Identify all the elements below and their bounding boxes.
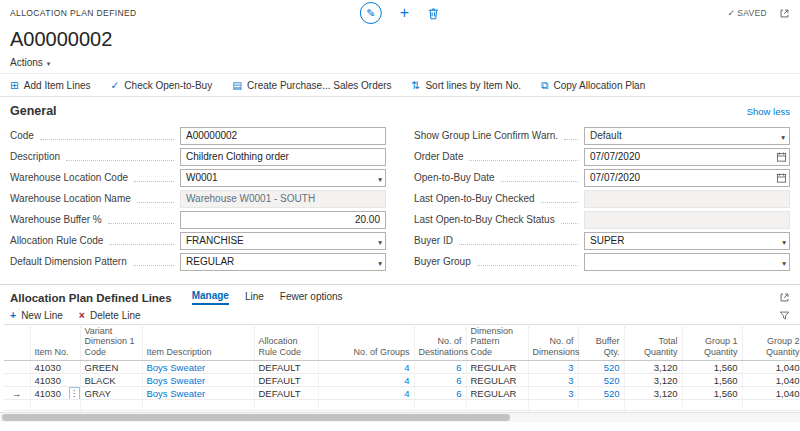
cell-no-of-destinations[interactable]: 6 bbox=[414, 361, 466, 374]
popout-icon[interactable] bbox=[779, 8, 790, 19]
warehouse-buffer-input[interactable] bbox=[180, 211, 386, 229]
field-code: Code bbox=[10, 125, 386, 146]
chevron-down-icon[interactable] bbox=[378, 172, 382, 183]
cell-variant-code[interactable]: BLACK bbox=[80, 374, 142, 387]
cell-variant-code[interactable]: GREEN bbox=[80, 361, 142, 374]
add-item-lines-button[interactable]: ⊞ Add Item Lines bbox=[10, 79, 91, 91]
horizontal-scrollbar[interactable] bbox=[0, 412, 800, 422]
filter-icon[interactable] bbox=[779, 310, 790, 321]
code-input[interactable] bbox=[180, 127, 386, 145]
new-line-button[interactable]: + New Line bbox=[10, 309, 63, 321]
cell-allocation-rule[interactable]: DEFAULT bbox=[254, 361, 318, 374]
chevron-down-icon[interactable] bbox=[782, 235, 786, 246]
cell-group1-quantity[interactable]: 1,560 bbox=[682, 374, 742, 387]
cell-buffer-qty[interactable]: 520 bbox=[578, 374, 624, 387]
cell-item-description[interactable]: Boys Sweater bbox=[142, 361, 254, 374]
cell-group2-quantity[interactable]: 1,040 bbox=[742, 361, 800, 374]
warehouse-location-code-lookup[interactable] bbox=[180, 169, 386, 187]
top-right: SAVED bbox=[727, 8, 790, 19]
cell-no-of-destinations[interactable]: 6 bbox=[414, 374, 466, 387]
cell-allocation-rule[interactable]: DEFAULT bbox=[254, 387, 318, 400]
actions-menu[interactable]: Actions bbox=[0, 57, 800, 74]
row-ellipsis-menu-icon[interactable] bbox=[69, 387, 80, 400]
cell-item-description[interactable]: Boys Sweater bbox=[142, 387, 254, 400]
cell-group1-quantity[interactable]: 1,560 bbox=[682, 387, 742, 400]
tab-manage[interactable]: Manage bbox=[192, 290, 229, 305]
column-header-variant-code[interactable]: Variant Dimension 1 Code bbox=[80, 325, 142, 361]
description-input[interactable] bbox=[180, 148, 386, 166]
calendar-icon[interactable] bbox=[776, 151, 787, 162]
order-date-input[interactable] bbox=[584, 148, 790, 166]
cell-buffer-qty[interactable]: 520 bbox=[578, 387, 624, 400]
tab-fewer-options[interactable]: Fewer options bbox=[280, 291, 343, 304]
empty-cell bbox=[142, 400, 254, 411]
cell-buffer-qty[interactable]: 520 bbox=[578, 361, 624, 374]
delete-icon[interactable] bbox=[427, 7, 440, 20]
cell-no-of-groups[interactable]: 4 bbox=[318, 374, 414, 387]
scrollbar-thumb[interactable] bbox=[2, 414, 510, 421]
default-dimension-pattern-lookup[interactable] bbox=[180, 253, 386, 271]
cell-no-of-destinations[interactable]: 6 bbox=[414, 387, 466, 400]
chevron-down-icon[interactable] bbox=[378, 256, 382, 267]
column-header-no-of-destinations[interactable]: No. of Destinations bbox=[414, 325, 466, 361]
column-header-item-description[interactable]: Item Description bbox=[142, 325, 254, 361]
chevron-down-icon[interactable] bbox=[378, 235, 382, 246]
chevron-down-icon bbox=[47, 57, 51, 68]
cell-variant-code[interactable]: GRAY bbox=[80, 387, 142, 400]
column-header-allocation-rule[interactable]: Allocation Rule Code bbox=[254, 325, 318, 361]
copy-allocation-plan-button[interactable]: ⧉ Copy Allocation Plan bbox=[541, 79, 645, 92]
check-open-to-buy-button[interactable]: ✓ Check Open-to-Buy bbox=[111, 79, 213, 91]
field-label: Description bbox=[10, 151, 60, 162]
cell-dimension-pattern[interactable]: REGULAR bbox=[466, 387, 528, 400]
cell-group1-quantity[interactable]: 1,560 bbox=[682, 361, 742, 374]
buyer-id-lookup[interactable] bbox=[584, 232, 790, 250]
cell-allocation-rule[interactable]: DEFAULT bbox=[254, 374, 318, 387]
column-header-group2-quantity[interactable]: Group 2 Quantity bbox=[742, 325, 800, 361]
cell-total-quantity[interactable]: 3,120 bbox=[624, 387, 682, 400]
cell-no-of-dimensions[interactable]: 3 bbox=[528, 374, 578, 387]
table-row-selected[interactable]: 41030 GRAY Boys Sweater DEFAULT 4 6 REGU… bbox=[4, 387, 800, 400]
edit-icon[interactable] bbox=[360, 2, 382, 24]
empty-cell bbox=[80, 400, 142, 411]
empty-cell bbox=[624, 400, 682, 411]
cell-total-quantity[interactable]: 3,120 bbox=[624, 361, 682, 374]
cell-item-no[interactable]: 41030 bbox=[30, 361, 80, 374]
new-icon[interactable] bbox=[400, 5, 409, 21]
popout-icon[interactable] bbox=[779, 292, 790, 303]
cell-item-no[interactable]: 41030 bbox=[30, 374, 80, 387]
create-purchase-sales-orders-button[interactable]: ▤ Create Purchase... Sales Orders bbox=[232, 79, 391, 91]
allocation-rule-code-lookup[interactable] bbox=[180, 232, 386, 250]
column-header-item-no[interactable]: Item No. bbox=[30, 325, 80, 361]
column-header-no-of-groups[interactable]: No. of Groups bbox=[318, 325, 414, 361]
cell-dimension-pattern[interactable]: REGULAR bbox=[466, 374, 528, 387]
table-row[interactable]: 41030 GREEN Boys Sweater DEFAULT 4 6 REG… bbox=[4, 361, 800, 374]
chevron-down-icon[interactable] bbox=[782, 256, 786, 267]
confirm-warn-select[interactable]: Default bbox=[584, 127, 790, 145]
sort-lines-button[interactable]: ⇅ Sort lines by Item No. bbox=[412, 79, 521, 91]
delete-line-button[interactable]: × Delete Line bbox=[79, 309, 141, 321]
button-label: Add Item Lines bbox=[24, 80, 91, 91]
column-header-buffer-qty[interactable]: Buffer Qty. bbox=[578, 325, 624, 361]
buyer-group-lookup[interactable] bbox=[584, 253, 790, 271]
column-header-no-of-dimensions[interactable]: No. of Dimensions bbox=[528, 325, 578, 361]
cell-total-quantity[interactable]: 3,120 bbox=[624, 374, 682, 387]
cell-no-of-groups[interactable]: 4 bbox=[318, 387, 414, 400]
column-header-total-quantity[interactable]: Total Quantity bbox=[624, 325, 682, 361]
column-header-dimension-pattern[interactable]: Dimension Pattern Code bbox=[466, 325, 528, 361]
tab-line[interactable]: Line bbox=[245, 291, 264, 304]
cell-group2-quantity[interactable]: 1,040 bbox=[742, 387, 800, 400]
cell-item-description[interactable]: Boys Sweater bbox=[142, 374, 254, 387]
empty-cell bbox=[414, 400, 466, 411]
open-to-buy-date-input[interactable] bbox=[584, 169, 790, 187]
cell-item-no[interactable]: 41030 bbox=[30, 387, 80, 400]
column-header-group1-quantity[interactable]: Group 1 Quantity bbox=[682, 325, 742, 361]
table-row[interactable]: 41030 BLACK Boys Sweater DEFAULT 4 6 REG… bbox=[4, 374, 800, 387]
cell-no-of-dimensions[interactable]: 3 bbox=[528, 387, 578, 400]
cell-group2-quantity[interactable]: 1,040 bbox=[742, 374, 800, 387]
show-less-link[interactable]: Show less bbox=[747, 106, 790, 117]
saved-indicator: SAVED bbox=[727, 8, 767, 18]
cell-dimension-pattern[interactable]: REGULAR bbox=[466, 361, 528, 374]
cell-no-of-groups[interactable]: 4 bbox=[318, 361, 414, 374]
calendar-icon[interactable] bbox=[776, 172, 787, 183]
cell-no-of-dimensions[interactable]: 3 bbox=[528, 361, 578, 374]
